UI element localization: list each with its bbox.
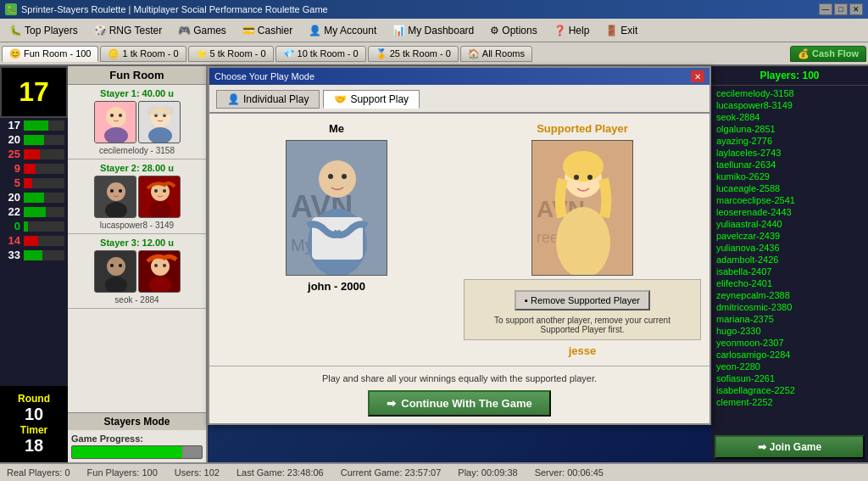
list-item[interactable]: yeon-2280 [715,361,865,372]
list-item[interactable]: laylaceles-2743 [715,147,865,159]
list-item[interactable]: sofiasun-2261 [715,372,865,384]
list-item[interactable]: isabella-2407 [715,266,865,277]
cash-flow-icon: 💰 [798,48,810,59]
tab-support-play[interactable]: 🤝 Support Play [323,90,420,109]
all-rooms-icon: 🏠 [468,48,480,59]
stayer-group-2: Stayer 2: 28.00 u [68,159,206,234]
menu-dashboard[interactable]: 📊 My Dashboard [385,21,481,40]
menu-help[interactable]: ❓ Help [546,21,598,40]
tab-10tk-room[interactable]: 💎 10 tk Room - 0 [275,46,366,62]
tab-5tk-room[interactable]: ⭐ 5 tk Room - 0 [188,46,274,62]
list-item[interactable]: hugo-2330 [715,325,865,337]
10tk-icon: 💎 [283,48,295,59]
list-item[interactable]: seok-2884 [715,111,865,123]
remove-supported-player-button[interactable]: ▪ Remove Supported Player [515,290,650,310]
num-5: 5 [3,176,20,189]
list-item[interactable]: zeynepcalm-2388 [715,289,865,301]
maximize-btn[interactable]: □ [834,3,848,15]
join-game-button[interactable]: ➡ Join Game [715,435,865,459]
status-bar: Real Players: 0 Fun Players: 100 Users: … [0,462,868,481]
menu-options[interactable]: ⚙ Options [482,21,544,40]
list-item[interactable]: cecilemelody-3158 [715,87,865,99]
svg-point-14 [110,189,114,193]
players-list: cecilemelody-3158lucaspower8-3149seok-28… [711,86,868,432]
list-item[interactable]: olgaluna-2851 [715,123,865,135]
tab-cash-flow[interactable]: 💰 Cash Flow [790,46,866,62]
menu-my-account[interactable]: 👤 My Account [301,21,384,40]
svg-point-1 [106,107,126,127]
dialog-close-button[interactable]: ✕ [691,70,704,82]
menu-exit[interactable]: 🚪 Exit [598,21,645,40]
svg-point-44 [556,207,610,276]
menu-rng-tester[interactable]: 🎲 RNG Tester [86,21,170,40]
continue-game-button[interactable]: ➡ Continue With The Game [368,390,550,417]
list-item[interactable]: kumiko-2629 [715,171,865,182]
bar-5 [24,178,64,188]
bar-9 [24,164,64,174]
list-item[interactable]: marcoeclipse-2541 [715,194,865,206]
svg-point-22 [107,257,125,276]
list-item[interactable]: dmitricosmic-2380 [715,301,865,313]
1tk-icon: 🪙 [108,48,120,59]
current-game-status: Current Game: 23:57:07 [341,467,442,478]
svg-rect-10 [147,107,173,115]
list-item[interactable]: yulianova-2436 [715,242,865,254]
supported-column: Supported Player AVN reeC [464,122,701,357]
close-btn[interactable]: ✕ [849,3,863,15]
num-row-20b: 20 [0,190,68,204]
app-title: Sprinter-Stayers Roulette | Multiplayer … [21,4,819,14]
supported-photo: AVN reeC [531,140,633,276]
fun-players-status: Fun Players: 100 [87,467,158,478]
stayers-mode: Stayers Mode [68,412,206,430]
exit-icon: 🚪 [605,25,618,36]
num-22: 22 [3,205,20,218]
tab-all-rooms[interactable]: 🏠 All Rooms [460,46,532,62]
tab-25tk-room[interactable]: 🏅 25 tk Room - 0 [368,46,459,62]
list-item[interactable]: isabellagrace-2252 [715,384,865,396]
supported-header: Supported Player [464,122,701,135]
avatar-3b [138,250,181,293]
tab-fun-room[interactable]: 😊 Fun Room - 100 [2,46,98,62]
list-item[interactable]: clement-2252 [715,396,865,408]
stayer-2-name: Stayer 2: 28.00 u [71,163,203,173]
list-item[interactable]: taellunar-2634 [715,159,865,171]
list-item[interactable]: yuliaastral-2440 [715,218,865,230]
bar-0 [24,221,64,232]
list-item[interactable]: carlosamigo-2284 [715,349,865,361]
num-row-0: 0 [0,219,68,233]
progress-bar [71,445,203,459]
me-header: Me [218,122,455,135]
list-item[interactable]: mariana-2375 [715,313,865,325]
list-item[interactable]: yeonmoon-2307 [715,337,865,349]
me-photo: AVN MyF... [286,140,387,276]
bar-14 [24,236,64,246]
fun-room-title: Fun Room [68,66,206,85]
list-item[interactable]: leoserenade-2443 [715,206,865,218]
list-item[interactable]: ayazing-2776 [715,135,865,147]
num-33: 33 [3,249,20,261]
svg-point-19 [154,189,158,193]
minimize-btn[interactable]: — [819,3,832,15]
list-item[interactable]: lucaspower8-3149 [715,99,865,111]
list-item[interactable]: pavelczar-2439 [715,230,865,242]
list-item[interactable]: adambolt-2426 [715,254,865,266]
menu-games[interactable]: 🎮 Games [170,21,234,40]
support-note: To support another player, remove your c… [470,316,695,334]
num-14: 14 [3,234,20,247]
svg-point-36 [328,174,333,179]
tab-1tk-room[interactable]: 🪙 1 tk Room - 0 [100,46,186,62]
num-row-5: 5 [0,176,68,190]
progress-fill [72,446,182,458]
menu-cashier[interactable]: 💳 Cashier [235,21,300,40]
menu-top-players[interactable]: 🐛 Top Players [2,21,86,40]
num-20: 20 [3,133,20,146]
svg-point-29 [154,264,158,267]
last-game-status: Last Game: 23:48:06 [236,467,324,478]
list-item[interactable]: lucaeagle-2588 [715,182,865,194]
progress-section: Game Progress: [68,430,206,462]
svg-point-4 [119,114,122,117]
list-item[interactable]: elifecho-2401 [715,277,865,289]
tab-individual-play[interactable]: 👤 Individual Play [216,90,320,109]
options-icon: ⚙ [490,25,499,36]
bar-25 [24,149,64,159]
